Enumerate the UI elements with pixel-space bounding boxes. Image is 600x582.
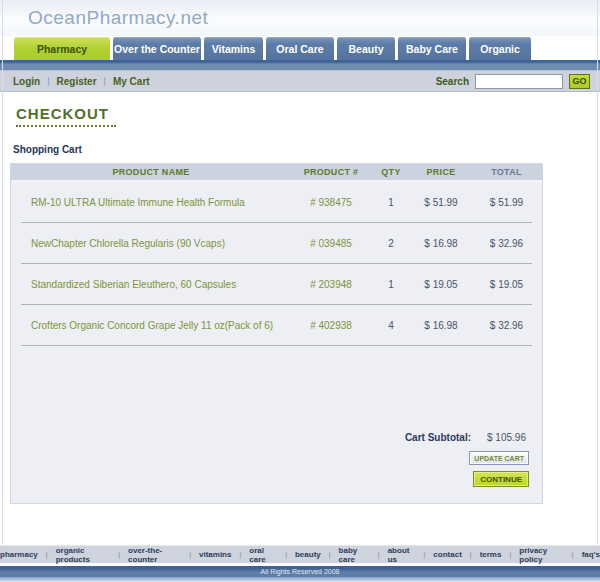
table-row: Standardized Siberian Eleuthero, 60 Caps… bbox=[11, 264, 542, 305]
product-name-link[interactable]: Crofters Organic Concord Grape Jelly 11 … bbox=[11, 320, 291, 331]
separator: | bbox=[470, 551, 472, 558]
product-name-link[interactable]: NewChapter Chlorella Regularis (90 Vcaps… bbox=[11, 238, 291, 249]
footer: pharmacy | organic products | over-the-c… bbox=[0, 545, 600, 582]
separator: | bbox=[378, 551, 380, 558]
update-cart-button[interactable]: UPDATE CART bbox=[469, 451, 529, 465]
shopping-cart-table: PRODUCT NAME PRODUCT # QTY PRICE TOTAL R… bbox=[10, 163, 543, 504]
product-total: $ 51.99 bbox=[471, 197, 542, 208]
column-header-total: TOTAL bbox=[471, 167, 542, 177]
separator: | bbox=[47, 76, 49, 86]
tab-over-the-counter[interactable]: Over the Counter bbox=[113, 37, 201, 60]
footer-link-terms[interactable]: terms bbox=[480, 550, 502, 559]
page-title: CHECKOUT bbox=[16, 105, 600, 122]
tab-pharmacy[interactable]: Pharmacy bbox=[14, 37, 110, 60]
login-link[interactable]: Login bbox=[13, 76, 40, 87]
footer-link-beauty[interactable]: beauty bbox=[295, 550, 321, 559]
table-row: Crofters Organic Concord Grape Jelly 11 … bbox=[11, 305, 542, 346]
tab-vitamins[interactable]: Vitamins bbox=[204, 37, 263, 60]
footer-link-over-the-counter[interactable]: over-the-counter bbox=[128, 546, 181, 564]
product-price: $ 51.99 bbox=[411, 197, 471, 208]
separator: | bbox=[104, 76, 106, 86]
separator: | bbox=[239, 551, 241, 558]
separator: | bbox=[424, 551, 426, 558]
footer-link-oral-care[interactable]: oral care bbox=[249, 546, 277, 564]
product-total: $ 32.96 bbox=[471, 320, 542, 331]
tab-oral-care[interactable]: Oral Care bbox=[266, 37, 334, 60]
search-label: Search bbox=[436, 76, 469, 87]
column-header-product-name: PRODUCT NAME bbox=[11, 167, 291, 177]
product-number: # 402938 bbox=[291, 320, 371, 331]
main-content: CHECKOUT Shopping Cart PRODUCT NAME PROD… bbox=[0, 92, 600, 545]
product-number: # 039485 bbox=[291, 238, 371, 249]
footer-link-vitamins[interactable]: vitamins bbox=[199, 550, 231, 559]
column-header-qty: QTY bbox=[371, 167, 411, 177]
product-qty: 1 bbox=[371, 279, 411, 290]
title-dotted-underline bbox=[16, 125, 116, 127]
separator: | bbox=[572, 551, 574, 558]
page: OceanPharmacy.net Pharmacy Over the Coun… bbox=[0, 0, 600, 582]
product-qty: 2 bbox=[371, 238, 411, 249]
footer-link-faqs[interactable]: faq's bbox=[582, 550, 600, 559]
footer-link-contact[interactable]: contact bbox=[433, 550, 461, 559]
product-qty: 4 bbox=[371, 320, 411, 331]
tab-organic[interactable]: Organic bbox=[469, 37, 531, 60]
product-number: # 938475 bbox=[291, 197, 371, 208]
table-row: RM-10 ULTRA Ultimate Immune Health Formu… bbox=[11, 182, 542, 223]
masthead: OceanPharmacy.net bbox=[0, 0, 600, 36]
subtotal-value: $ 105.96 bbox=[471, 432, 542, 443]
separator: | bbox=[118, 551, 120, 558]
footer-link-pharmacy[interactable]: pharmacy bbox=[0, 550, 38, 559]
subtotal-label: Cart Subtotal: bbox=[405, 432, 471, 443]
product-price: $ 16.98 bbox=[411, 238, 471, 249]
product-price: $ 16.98 bbox=[411, 320, 471, 331]
product-total: $ 19.05 bbox=[471, 279, 542, 290]
cart-summary: Cart Subtotal: $ 105.96 UPDATE CART CONT… bbox=[11, 432, 542, 503]
footer-link-about-us[interactable]: about us bbox=[388, 546, 416, 564]
footer-links-bar: pharmacy | organic products | over-the-c… bbox=[0, 545, 600, 563]
copyright-bar: All Rights Reserved 2008 bbox=[0, 566, 600, 577]
my-cart-link[interactable]: My Cart bbox=[113, 76, 150, 87]
subtotal-row: Cart Subtotal: $ 105.96 bbox=[11, 432, 542, 443]
copyright-text: All Rights Reserved 2008 bbox=[261, 568, 340, 575]
footer-bottom-strip bbox=[0, 577, 600, 582]
utility-bar: Login | Register | My Cart Search GO bbox=[0, 70, 600, 92]
main-nav: Pharmacy Over the Counter Vitamins Oral … bbox=[0, 36, 600, 60]
product-qty: 1 bbox=[371, 197, 411, 208]
cart-actions: UPDATE CART CONTINUE bbox=[11, 451, 542, 487]
product-name-link[interactable]: RM-10 ULTRA Ultimate Immune Health Formu… bbox=[11, 197, 291, 208]
table-row: NewChapter Chlorella Regularis (90 Vcaps… bbox=[11, 223, 542, 264]
site-logo[interactable]: OceanPharmacy.net bbox=[28, 7, 208, 29]
search-input[interactable] bbox=[475, 74, 563, 89]
tab-beauty[interactable]: Beauty bbox=[337, 37, 395, 60]
table-header-row: PRODUCT NAME PRODUCT # QTY PRICE TOTAL bbox=[11, 164, 542, 182]
product-name-link[interactable]: Standardized Siberian Eleuthero, 60 Caps… bbox=[11, 279, 291, 290]
separator: | bbox=[285, 551, 287, 558]
tab-baby-care[interactable]: Baby Care bbox=[398, 37, 466, 60]
product-total: $ 32.96 bbox=[471, 238, 542, 249]
separator: | bbox=[509, 551, 511, 558]
nav-divider-strip bbox=[0, 60, 600, 70]
account-links: Login | Register | My Cart bbox=[13, 76, 150, 87]
footer-link-privacy-policy[interactable]: privacy policy bbox=[519, 546, 564, 564]
section-title: Shopping Cart bbox=[13, 144, 600, 155]
register-link[interactable]: Register bbox=[57, 76, 97, 87]
column-header-product-number: PRODUCT # bbox=[291, 167, 371, 177]
product-price: $ 19.05 bbox=[411, 279, 471, 290]
separator: | bbox=[46, 551, 48, 558]
separator: | bbox=[189, 551, 191, 558]
footer-link-baby-care[interactable]: baby care bbox=[339, 546, 370, 564]
separator: | bbox=[329, 551, 331, 558]
column-header-price: PRICE bbox=[411, 167, 471, 177]
continue-button[interactable]: CONTINUE bbox=[473, 471, 529, 487]
footer-link-organic-products[interactable]: organic products bbox=[56, 546, 111, 564]
product-number: # 203948 bbox=[291, 279, 371, 290]
search-go-button[interactable]: GO bbox=[569, 74, 590, 89]
search-area: Search GO bbox=[436, 74, 590, 89]
